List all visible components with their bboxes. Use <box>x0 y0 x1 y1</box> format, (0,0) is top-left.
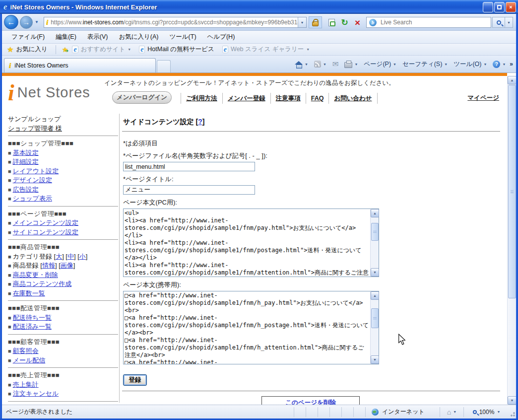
register-button[interactable]: 登録 <box>123 374 147 386</box>
search-button[interactable] <box>492 17 505 28</box>
sidebar-link[interactable]: レイアウト設定 <box>13 167 59 175</box>
sidebar-link[interactable]: サイドコンテンツ設定 <box>13 228 78 236</box>
sidebar-link[interactable]: 売上集計 <box>13 381 39 388</box>
back-button[interactable]: ← <box>4 15 18 29</box>
sidebar-link[interactable]: 大 <box>56 253 62 260</box>
sidebar-item: ■メインコンテンツ設定 <box>8 218 118 228</box>
resize-grip[interactable] <box>509 407 516 418</box>
sidebar-link[interactable]: 画像 <box>61 262 73 269</box>
add-to-favorites-bar-icon[interactable]: ★ <box>62 46 68 54</box>
scrollbar-thumb[interactable] <box>508 85 516 298</box>
sidebar-link[interactable]: 商品変更・削除 <box>13 271 58 279</box>
feeds-button[interactable]: ▼ <box>312 60 328 69</box>
safety-menu-button[interactable]: セーフティ(S)▼ <box>400 59 450 70</box>
sidebar-link[interactable]: 基本設定 <box>13 149 39 156</box>
mypage-link[interactable]: マイページ <box>467 94 499 102</box>
forward-button[interactable]: → <box>20 16 33 29</box>
scrollbar-thumb[interactable] <box>371 223 379 241</box>
bullet-icon: ■ <box>8 324 11 330</box>
sidebar-link[interactable]: 配送済み一覧 <box>13 323 52 330</box>
security-lock-button[interactable] <box>309 16 322 28</box>
home-button[interactable]: ▼ <box>293 60 310 69</box>
sidebar-link[interactable]: デザイン設定 <box>13 176 52 184</box>
overflow-chevron-icon[interactable]: » <box>510 61 513 68</box>
close-button[interactable]: × <box>506 2 516 12</box>
sidebar-link[interactable]: 小 <box>79 253 86 260</box>
shop-admin-link[interactable]: ショップ管理者 様 <box>8 125 62 132</box>
print-button[interactable]: ▼ <box>342 60 360 69</box>
new-tab-button[interactable] <box>157 60 171 72</box>
mobile-body-scrollbar[interactable]: ▲ ▼ <box>370 291 379 364</box>
sidebar-link[interactable]: 顧客照会 <box>13 347 39 354</box>
stop-button[interactable]: × <box>351 16 364 28</box>
sidebar-link[interactable]: 配送待ち一覧 <box>13 314 52 321</box>
header-nav-link[interactable]: メンバー登録 <box>228 94 265 103</box>
pc-body-textarea[interactable]: <ul> <li><a href="http://www.inet-stores… <box>124 209 370 277</box>
sidebar-link[interactable]: 在庫数一覧 <box>13 289 45 297</box>
header-nav-link[interactable]: 注意事項 <box>276 94 301 103</box>
help-button[interactable]: ?▼ <box>491 60 508 69</box>
delete-page-link[interactable]: このページを削除 <box>285 399 335 405</box>
bracket: ] <box>86 253 88 260</box>
mobile-body-textarea[interactable]: □<a href="http://www.inet-stores.com/cgi… <box>124 291 370 364</box>
favorites-bar-item[interactable]: eおすすめサイト▼ <box>72 45 131 54</box>
scroll-down-icon[interactable]: ▼ <box>371 355 379 364</box>
sidebar-link[interactable]: ショップ表示 <box>13 195 52 202</box>
sidebar-link[interactable]: メインコンテンツ設定 <box>13 219 78 226</box>
zoom-control[interactable]: 100% ▼ <box>463 407 509 417</box>
scroll-down-icon[interactable]: ▼ <box>371 268 379 277</box>
address-bar[interactable]: i https://www.inet-stores.com/cgi/tnsms.… <box>44 17 307 28</box>
sidebar-link[interactable]: 広告設定 <box>13 186 39 193</box>
rss-icon <box>314 61 321 68</box>
delete-page-button[interactable]: このページを削除 <box>261 396 360 405</box>
menu-item[interactable]: お気に入り(A) <box>113 31 164 43</box>
scroll-down-icon[interactable]: ▼ <box>508 396 517 405</box>
scroll-up-icon[interactable]: ▲ <box>371 209 379 217</box>
member-login-button[interactable]: メンバーログイン <box>112 91 172 104</box>
read-mail-button[interactable]: ✉ <box>330 59 341 70</box>
scroll-up-icon[interactable]: ▲ <box>508 76 517 84</box>
favorites-button[interactable]: お気に入り <box>16 45 47 54</box>
scrollbar-thumb[interactable] <box>371 308 379 328</box>
tab-inet-stores-owners[interactable]: i iNet Stores Owners <box>4 58 156 72</box>
sidebar-link[interactable]: メール配信 <box>13 356 46 364</box>
favorites-bar-item[interactable]: eWeb スライス ギャラリー▼ <box>222 45 310 54</box>
header-nav-link[interactable]: お問い合わせ <box>334 94 372 103</box>
page-menu-button[interactable]: ページ(P)▼ <box>362 59 398 70</box>
live-search-box[interactable]: b <box>366 17 491 28</box>
protected-mode-button[interactable]: ⌂ ▼ <box>440 407 463 417</box>
refresh-button[interactable]: ↻ <box>338 16 351 28</box>
pc-body-scrollbar[interactable]: ▲ ▼ <box>370 209 379 277</box>
divider <box>8 136 118 136</box>
maximize-button[interactable] <box>494 2 505 12</box>
recent-pages-dropdown[interactable]: ▼ <box>35 20 39 24</box>
menu-item[interactable]: ファイル(F) <box>6 31 50 43</box>
menu-item[interactable]: 表示(V) <box>82 31 114 43</box>
header-nav-link[interactable]: ご利用方法 <box>186 94 217 103</box>
minimize-button[interactable] <box>483 2 493 12</box>
help-link[interactable]: ? <box>198 118 202 126</box>
file-name-input[interactable] <box>123 162 255 171</box>
favorites-bar-item[interactable]: eHotMail の無料サービス <box>139 45 214 54</box>
tools-menu-button[interactable]: ツール(O)▼ <box>452 59 489 70</box>
sidebar-link[interactable]: 情報 <box>42 262 55 269</box>
page-scrollbar[interactable]: ▲ ▼ <box>507 76 516 405</box>
sidebar-section-header: ■■■配送管理■■■ <box>8 304 118 313</box>
menu-item[interactable]: ヘルプ(H) <box>202 31 241 43</box>
header-nav-link[interactable]: FAQ <box>311 95 324 102</box>
bullet-icon: ■ <box>8 150 11 156</box>
search-options-dropdown[interactable]: ▼ <box>505 17 513 28</box>
title-bar: e iNet Stores Owners - Windows Internet … <box>0 0 518 14</box>
address-dropdown-button[interactable]: ▼ <box>298 17 306 27</box>
scroll-up-icon[interactable]: ▲ <box>371 291 379 300</box>
menu-item[interactable]: 編集(E) <box>50 31 82 43</box>
sidebar-link[interactable]: 商品コンテンツ作成 <box>13 280 72 287</box>
page-title-input[interactable] <box>123 185 255 195</box>
compatibility-view-button[interactable] <box>325 16 338 28</box>
sidebar-link[interactable]: 中 <box>67 253 74 260</box>
window-border <box>0 14 2 420</box>
menu-item[interactable]: ツール(T) <box>164 31 202 43</box>
sidebar-link[interactable]: 詳細設定 <box>13 158 39 165</box>
search-input[interactable] <box>380 18 491 26</box>
sidebar-link[interactable]: 注文キャンセル <box>13 390 59 397</box>
